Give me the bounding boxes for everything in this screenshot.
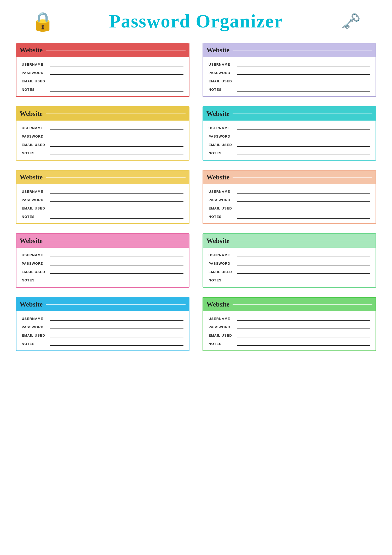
field-line-username-1[interactable] (50, 62, 183, 66)
field-label-password-5: PASSWORD (22, 198, 48, 202)
card-header-10: Website (203, 298, 376, 311)
field-row-password-4: PASSWORD (209, 134, 370, 138)
field-label-password-10: PASSWORD (209, 325, 235, 329)
card-header-label-10: Website (206, 301, 229, 308)
field-label-email-used-8: EMAIL USED (209, 270, 235, 274)
card-header-label-8: Website (206, 237, 229, 245)
field-row-email-used-10: EMAIL USED (209, 333, 370, 337)
field-line-password-5[interactable] (50, 197, 183, 202)
field-row-email-used-5: EMAIL USED (22, 206, 183, 210)
card-body-2: USERNAMEPASSWORDEMAIL USEDNOTES (203, 57, 376, 96)
card-header-label-6: Website (206, 173, 229, 181)
field-line-email-used-3[interactable] (50, 142, 183, 147)
field-label-username-6: USERNAME (209, 190, 235, 194)
password-card-2: WebsiteUSERNAMEPASSWORDEMAIL USEDNOTES (203, 43, 376, 97)
field-label-username-2: USERNAME (209, 63, 235, 66)
field-line-username-8[interactable] (237, 252, 370, 257)
card-header-line-6 (233, 177, 372, 178)
field-line-notes-8[interactable] (237, 278, 370, 282)
field-label-notes-3: NOTES (22, 151, 48, 155)
field-line-username-2[interactable] (237, 62, 370, 66)
field-label-notes-6: NOTES (209, 215, 235, 219)
field-label-username-10: USERNAME (209, 317, 235, 321)
field-line-notes-10[interactable] (237, 341, 370, 346)
card-header-line-3 (46, 114, 186, 114)
field-line-username-10[interactable] (237, 316, 370, 321)
card-header-line-4 (233, 114, 372, 114)
field-row-notes-8: NOTES (209, 278, 370, 282)
field-line-notes-1[interactable] (50, 87, 183, 92)
card-header-line-9 (46, 304, 186, 305)
card-header-label-5: Website (20, 173, 43, 181)
field-line-notes-9[interactable] (50, 341, 183, 346)
lock-icon: 🔒 (31, 11, 54, 32)
field-line-password-7[interactable] (50, 261, 183, 265)
field-line-password-2[interactable] (237, 70, 370, 75)
card-header-2: Website (203, 43, 376, 57)
password-card-9: WebsiteUSERNAMEPASSWORDEMAIL USEDNOTES (16, 297, 189, 351)
field-line-email-used-8[interactable] (237, 269, 370, 274)
card-header-line-10 (233, 304, 372, 305)
field-line-username-4[interactable] (237, 125, 370, 130)
field-line-notes-4[interactable] (237, 150, 370, 155)
field-line-email-used-6[interactable] (237, 206, 370, 210)
card-header-label-7: Website (20, 237, 43, 245)
field-line-notes-5[interactable] (50, 214, 183, 219)
field-row-email-used-6: EMAIL USED (209, 206, 370, 210)
field-row-password-3: PASSWORD (22, 134, 183, 138)
card-header-5: Website (16, 171, 189, 184)
password-card-4: WebsiteUSERNAMEPASSWORDEMAIL USEDNOTES (203, 106, 376, 161)
field-line-username-9[interactable] (50, 316, 183, 321)
field-row-password-8: PASSWORD (209, 261, 370, 265)
password-card-8: WebsiteUSERNAMEPASSWORDEMAIL USEDNOTES (203, 233, 376, 288)
field-row-password-10: PASSWORD (209, 324, 370, 329)
field-row-notes-9: NOTES (22, 341, 183, 346)
field-line-username-7[interactable] (50, 252, 183, 257)
field-row-notes-4: NOTES (209, 150, 370, 155)
field-row-email-used-2: EMAIL USED (209, 78, 370, 83)
field-line-username-3[interactable] (50, 125, 183, 130)
field-line-notes-6[interactable] (237, 214, 370, 219)
field-line-username-5[interactable] (50, 189, 183, 194)
field-line-email-used-9[interactable] (50, 333, 183, 337)
field-line-email-used-10[interactable] (237, 333, 370, 337)
field-line-password-8[interactable] (237, 261, 370, 265)
field-line-notes-7[interactable] (50, 278, 183, 282)
card-header-7: Website (16, 234, 189, 248)
field-line-notes-2[interactable] (237, 87, 370, 92)
field-label-notes-2: NOTES (209, 88, 235, 92)
field-row-username-10: USERNAME (209, 316, 370, 321)
card-body-8: USERNAMEPASSWORDEMAIL USEDNOTES (203, 248, 376, 287)
field-label-password-2: PASSWORD (209, 71, 235, 75)
field-label-notes-9: NOTES (22, 342, 48, 346)
field-line-email-used-1[interactable] (50, 78, 183, 83)
card-header-line-8 (233, 241, 372, 241)
field-line-password-3[interactable] (50, 134, 183, 138)
card-body-1: USERNAMEPASSWORDEMAIL USEDNOTES (16, 57, 189, 96)
field-line-password-6[interactable] (237, 197, 370, 202)
field-line-email-used-2[interactable] (237, 78, 370, 83)
field-line-password-10[interactable] (237, 324, 370, 329)
field-line-email-used-5[interactable] (50, 206, 183, 210)
field-line-notes-3[interactable] (50, 150, 183, 155)
field-label-password-9: PASSWORD (22, 325, 48, 329)
card-header-line-1 (46, 50, 186, 50)
field-label-password-4: PASSWORD (209, 134, 235, 138)
field-line-username-6[interactable] (237, 189, 370, 194)
field-label-email-used-7: EMAIL USED (22, 270, 48, 274)
card-body-10: USERNAMEPASSWORDEMAIL USEDNOTES (203, 311, 376, 350)
field-label-email-used-6: EMAIL USED (209, 206, 235, 210)
field-label-notes-7: NOTES (22, 278, 48, 282)
field-row-email-used-3: EMAIL USED (22, 142, 183, 147)
card-body-4: USERNAMEPASSWORDEMAIL USEDNOTES (203, 121, 376, 160)
field-row-email-used-1: EMAIL USED (22, 78, 183, 83)
field-line-password-4[interactable] (237, 134, 370, 138)
field-line-password-9[interactable] (50, 324, 183, 329)
field-line-email-used-7[interactable] (50, 269, 183, 274)
field-row-email-used-7: EMAIL USED (22, 269, 183, 274)
field-label-email-used-4: EMAIL USED (209, 143, 235, 147)
card-body-6: USERNAMEPASSWORDEMAIL USEDNOTES (203, 184, 376, 223)
field-label-username-4: USERNAME (209, 126, 235, 130)
field-line-password-1[interactable] (50, 70, 183, 75)
field-line-email-used-4[interactable] (237, 142, 370, 147)
